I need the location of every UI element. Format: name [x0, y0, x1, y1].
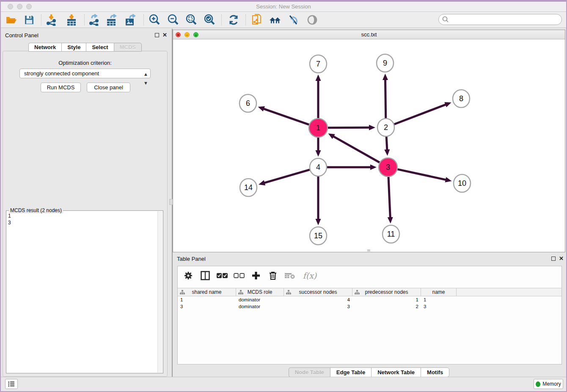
- tab-network-table[interactable]: Network Table: [371, 367, 421, 377]
- table-panel-title: Table Panel: [177, 256, 206, 262]
- graph-edge-4-14[interactable]: [259, 170, 310, 185]
- toggle-vizmapper-icon[interactable]: [287, 14, 300, 26]
- cell-shared-name[interactable]: 3: [178, 304, 236, 310]
- window-title: Session: New Session: [1, 2, 566, 12]
- tab-style[interactable]: Style: [61, 43, 86, 52]
- canvas-scroll-grip[interactable]: [367, 249, 370, 251]
- cell-MCDS-role[interactable]: dominator: [236, 304, 284, 310]
- memory-label: Memory: [542, 381, 561, 387]
- tab-select[interactable]: Select: [86, 43, 113, 52]
- graph-node-2[interactable]: 2: [377, 119, 394, 136]
- zoom-selected-icon[interactable]: [203, 14, 216, 26]
- graph-edge-2-9[interactable]: [383, 74, 388, 119]
- zoom-in-icon[interactable]: [148, 14, 161, 26]
- table-float-icon[interactable]: [551, 257, 556, 261]
- memory-button[interactable]: Memory: [534, 379, 563, 389]
- table-rows: 1dominator4113dominator323: [178, 297, 561, 310]
- toggle-view-eye-icon[interactable]: [306, 14, 319, 26]
- cell-name[interactable]: 3: [421, 304, 457, 310]
- cell-predecessor-nodes[interactable]: 2: [352, 304, 421, 310]
- cell-predecessor-nodes[interactable]: 1: [352, 297, 421, 304]
- zoom-fit-icon[interactable]: [185, 14, 198, 26]
- graph-edge-3-1[interactable]: [328, 133, 380, 162]
- graph-edge-1-6[interactable]: [258, 106, 309, 124]
- graph-node-11[interactable]: 11: [383, 225, 399, 243]
- export-table-icon[interactable]: [106, 14, 118, 26]
- save-session-icon[interactable]: [23, 14, 36, 26]
- table-row[interactable]: 3dominator323: [178, 304, 561, 310]
- graph-edge-3-10[interactable]: [397, 169, 451, 182]
- graph-edge-1-4[interactable]: [316, 138, 321, 157]
- result-scrollbar[interactable]: [157, 211, 162, 373]
- tab-motifs[interactable]: Motifs: [421, 367, 449, 377]
- float-panel-icon[interactable]: [155, 33, 159, 37]
- import-network-icon[interactable]: [45, 14, 58, 26]
- close-panel-button[interactable]: Close panel: [87, 83, 130, 92]
- export-network-icon[interactable]: [88, 14, 100, 26]
- close-panel-icon[interactable]: ✕: [162, 32, 167, 38]
- tab-edge-table[interactable]: Edge Table: [330, 367, 371, 377]
- graph-edge-2-8[interactable]: [394, 102, 451, 124]
- column-header-predecessor-nodes[interactable]: predecessor nodes: [352, 288, 421, 296]
- graph-node-3[interactable]: 3: [379, 158, 397, 177]
- cell-MCDS-role[interactable]: dominator: [236, 297, 284, 304]
- graph-node-9[interactable]: 9: [377, 54, 394, 72]
- graph-edge-4-15[interactable]: [316, 176, 321, 225]
- column-header-name[interactable]: name: [421, 288, 457, 296]
- graph-edge-3-11[interactable]: [388, 177, 393, 224]
- tab-node-table[interactable]: Node Table: [289, 367, 330, 377]
- graph-edge-1-7[interactable]: [316, 75, 321, 118]
- delete-table-icon-disabled: [284, 270, 295, 281]
- graph-node-15[interactable]: 15: [310, 227, 327, 245]
- column-header-MCDS-role[interactable]: MCDS role: [236, 288, 284, 296]
- mcds-result-group: MCDS result (2 nodes) 1 3: [6, 210, 163, 373]
- add-column-icon[interactable]: [250, 270, 261, 281]
- graph-node-8[interactable]: 8: [453, 90, 470, 108]
- graph-node-4[interactable]: 4: [310, 158, 327, 176]
- graph-edge-1-2[interactable]: [328, 125, 375, 130]
- cell-successor-nodes[interactable]: 3: [284, 304, 352, 310]
- svg-text:1: 1: [316, 124, 320, 132]
- table-tabs: Node TableEdge TableNetwork TableMotifs: [173, 367, 565, 377]
- graph-node-10[interactable]: 10: [454, 174, 471, 192]
- network-canvas[interactable]: 7968124314101511: [173, 39, 565, 252]
- export-image-icon[interactable]: [124, 14, 137, 26]
- table-panel-header: Table Panel ✕: [174, 255, 565, 263]
- table-close-icon[interactable]: ✕: [559, 255, 564, 262]
- show-all-networks-icon[interactable]: [269, 14, 281, 26]
- search-input[interactable]: [438, 14, 562, 25]
- toolbar-separator: [41, 14, 41, 25]
- mcds-result-text[interactable]: 1 3: [8, 213, 156, 226]
- split-panel-icon[interactable]: [200, 270, 211, 281]
- table-row[interactable]: 1dominator411: [178, 297, 561, 304]
- graph-node-14[interactable]: 14: [240, 179, 257, 196]
- column-header-shared-name[interactable]: shared name: [178, 288, 236, 296]
- titlebar: Session: New Session: [1, 2, 566, 12]
- tab-network[interactable]: Network: [28, 43, 61, 52]
- graph-edge-4-3[interactable]: [327, 165, 377, 170]
- cell-name[interactable]: 1: [421, 297, 457, 304]
- network-window: ✕ − ＋ scc.txt 7968124314101511: [173, 30, 565, 252]
- settings-gear-icon[interactable]: [183, 270, 194, 281]
- apply-layout-icon[interactable]: [227, 14, 240, 26]
- tab-mcds[interactable]: MCDS: [114, 43, 142, 52]
- import-table-icon[interactable]: [65, 14, 78, 26]
- open-folder-icon[interactable]: [5, 14, 18, 26]
- deselect-all-checkboxes-icon[interactable]: [234, 270, 245, 281]
- task-history-button[interactable]: [5, 379, 18, 389]
- criterion-dropdown[interactable]: strongly connected component ▲▼: [19, 69, 151, 78]
- cell-shared-name[interactable]: 1: [178, 297, 236, 304]
- graph-node-6[interactable]: 6: [239, 94, 256, 112]
- graph-node-1[interactable]: 1: [309, 119, 328, 137]
- graph-node-7[interactable]: 7: [310, 55, 327, 73]
- column-header-successor-nodes[interactable]: successor nodes: [284, 288, 352, 296]
- zoom-out-icon[interactable]: [167, 14, 179, 26]
- cell-successor-nodes[interactable]: 4: [284, 297, 352, 304]
- delete-column-trash-icon[interactable]: [267, 270, 278, 281]
- svg-text:7: 7: [316, 60, 320, 68]
- run-mcds-button[interactable]: Run MCDS: [41, 83, 81, 92]
- graph-edge-2-3[interactable]: [384, 136, 390, 156]
- clone-network-icon[interactable]: [251, 14, 264, 26]
- control-panel-title: Control Panel: [5, 32, 39, 39]
- select-all-checkboxes-icon[interactable]: [217, 270, 228, 281]
